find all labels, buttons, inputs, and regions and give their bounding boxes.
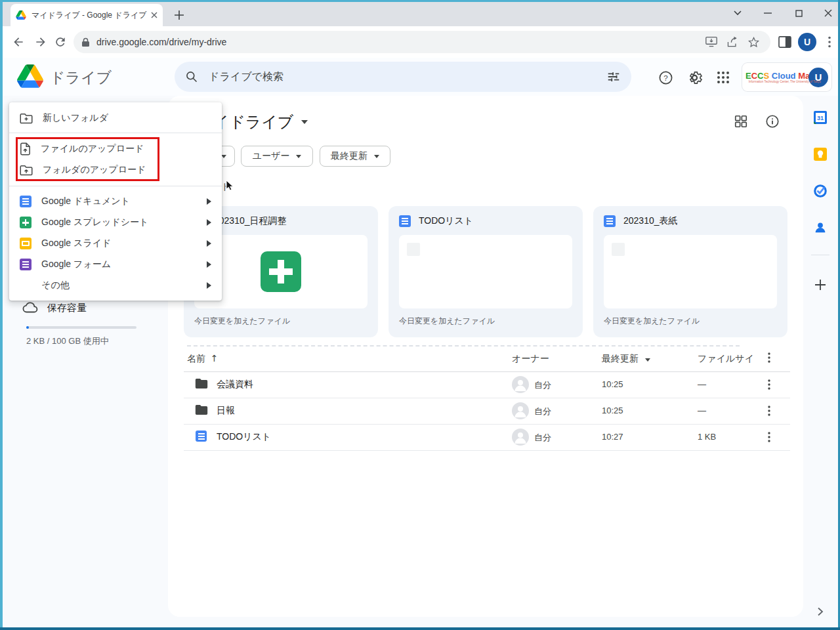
menu-item-more[interactable]: その他 (9, 275, 222, 296)
column-size[interactable]: ファイルサイ (698, 353, 754, 365)
file-size: — (698, 406, 706, 415)
file-row[interactable]: TODOリスト 自分 10:27 1 KB (168, 424, 803, 450)
help-icon[interactable]: ? (657, 69, 674, 86)
owner-avatar (512, 429, 529, 446)
file-owner: 自分 (534, 379, 551, 391)
row-kebab-icon[interactable] (768, 379, 770, 390)
browser-profile-avatar[interactable]: U (798, 33, 816, 51)
menu-divider (9, 186, 222, 186)
reload-icon[interactable] (52, 34, 68, 50)
chip-modified[interactable]: 最終更新 (320, 146, 390, 167)
file-list-header: 名前 ↑ オーナー 最終更新 ファイルサイ (168, 349, 803, 371)
hide-side-panel-chevron-icon[interactable] (812, 604, 828, 620)
window-maximize-button[interactable] (786, 3, 812, 23)
storage-cloud-icon (22, 301, 38, 313)
url-text: drive.google.com/drive/my-drive (96, 37, 702, 47)
google-docs-icon (20, 196, 32, 207)
browser-toolbar: drive.google.com/drive/my-drive U (3, 26, 838, 58)
account-badge[interactable]: ECCS Cloud Mail Information Technology C… (742, 63, 831, 91)
card-title: TODOリスト (419, 215, 473, 227)
side-panel-icon[interactable] (777, 34, 793, 50)
search-input[interactable] (207, 70, 606, 83)
suggested-cards-row: 202310_日程調整 今日変更を加えたファイル TODOリスト 今日変更を加え… (184, 206, 788, 337)
mouse-cursor (226, 180, 235, 192)
column-modified[interactable]: 最終更新 (602, 353, 650, 365)
get-add-ons-plus-icon[interactable] (812, 277, 828, 293)
keep-icon[interactable] (812, 146, 828, 162)
submenu-arrow-icon (207, 282, 211, 289)
column-name[interactable]: 名前 ↑ (187, 353, 219, 365)
docs-file-icon (399, 215, 411, 227)
chevron-down-icon (374, 155, 379, 158)
drive-profile-avatar[interactable]: U (808, 68, 828, 87)
apps-grid-icon[interactable] (715, 69, 732, 86)
calendar-icon[interactable]: 31 (812, 110, 828, 125)
storage-usage-text: 2 KB / 100 GB 使用中 (26, 335, 109, 347)
grid-view-icon[interactable] (734, 114, 748, 129)
drive-app-name: ドライブ (50, 68, 112, 88)
file-name: 会議資料 (217, 379, 253, 390)
row-kebab-icon[interactable] (768, 432, 770, 442)
storage-label[interactable]: 保存容量 (47, 302, 87, 314)
file-name: TODOリスト (217, 431, 271, 443)
card-caption: 今日変更を加えたファイル (194, 316, 368, 327)
lock-icon (81, 37, 90, 47)
menu-item-new-folder[interactable]: 新しいフォルダ (9, 106, 222, 130)
settings-gear-icon[interactable] (686, 69, 703, 86)
list-settings-kebab-icon[interactable] (768, 352, 770, 363)
card-title: 202310_日程調整 (214, 215, 287, 227)
contacts-icon[interactable] (812, 220, 828, 236)
install-icon[interactable] (702, 33, 721, 51)
file-modified: 10:27 (602, 432, 623, 442)
suggested-card[interactable]: TODOリスト 今日変更を加えたファイル (388, 206, 583, 337)
menu-item-google-sheets[interactable]: Google スプレッドシート (9, 212, 222, 233)
drive-search-bar[interactable] (175, 62, 631, 92)
card-preview (399, 235, 572, 308)
forward-icon[interactable] (33, 34, 49, 50)
address-bar[interactable]: drive.google.com/drive/my-drive (74, 31, 770, 53)
google-sheets-icon (20, 217, 32, 228)
sheets-logo-thumbnail (261, 251, 301, 292)
menu-item-google-forms[interactable]: Google フォーム (9, 254, 222, 275)
search-options-tune-icon[interactable] (606, 70, 621, 84)
file-owner: 自分 (534, 406, 551, 417)
window-close-button[interactable] (815, 3, 840, 23)
new-tab-button[interactable] (172, 8, 186, 22)
back-icon[interactable] (10, 34, 26, 50)
docs-file-icon (604, 215, 616, 227)
bookmark-star-icon[interactable] (744, 33, 763, 51)
suggested-card[interactable]: 202310_表紙 今日変更を加えたファイル (593, 206, 788, 337)
browser-tabstrip: マイドライブ - Google ドライブ (3, 2, 838, 26)
sort-ascending-icon: ↑ (211, 353, 219, 364)
file-row[interactable]: 会議資料 自分 10:25 — (168, 371, 803, 398)
window-minimize-button[interactable] (755, 3, 781, 23)
menu-item-google-slides[interactable]: Google スライド (9, 233, 222, 254)
svg-text:31: 31 (817, 115, 824, 121)
row-kebab-icon[interactable] (768, 406, 770, 416)
share-icon[interactable] (723, 33, 742, 51)
info-icon[interactable] (765, 114, 780, 129)
drop-target-dashed-line (187, 345, 740, 346)
card-preview (604, 235, 777, 308)
tab-close-icon[interactable] (151, 12, 158, 18)
browser-tab[interactable]: マイドライブ - Google ドライブ (10, 4, 163, 26)
row-divider (184, 450, 790, 451)
doc-preview-placeholder (407, 243, 420, 256)
submenu-arrow-icon (207, 240, 211, 247)
chip-people[interactable]: ユーザー (241, 146, 313, 167)
tasks-icon[interactable] (812, 183, 828, 199)
drive-logo[interactable] (17, 64, 43, 88)
file-name: 日報 (217, 405, 235, 417)
chevron-down-icon (221, 155, 226, 158)
docs-file-icon (196, 430, 207, 442)
menu-item-google-docs[interactable]: Google ドキュメント (9, 191, 222, 212)
file-owner: 自分 (534, 432, 551, 444)
tab-search-chevron-icon[interactable] (724, 3, 751, 23)
file-size: — (698, 379, 706, 389)
drive-header: ドライブ ? ECCS Cloud Mail Information Techn… (3, 58, 838, 96)
column-owner[interactable]: オーナー (512, 353, 549, 365)
google-forms-icon (20, 259, 32, 270)
new-menu-popup: 新しいフォルダ ファイルのアップロード フォルダのアップロード Google ド… (9, 102, 222, 301)
browser-menu-kebab-icon[interactable] (822, 34, 837, 50)
file-row[interactable]: 日報 自分 10:25 — (168, 398, 803, 424)
